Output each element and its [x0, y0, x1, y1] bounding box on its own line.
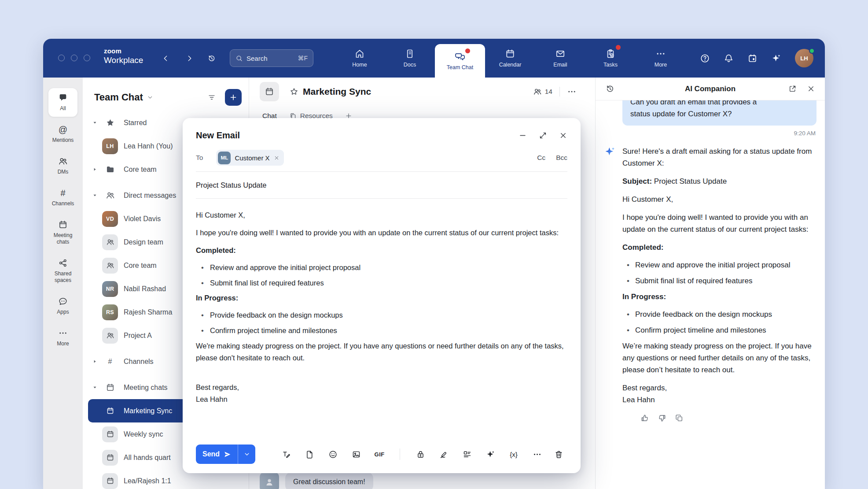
- divider: [559, 87, 560, 96]
- subject-line: Subject: Project Status Update: [622, 175, 817, 187]
- sidebar-item-label: Mentions: [52, 137, 74, 144]
- calendar-day-button[interactable]: [747, 53, 758, 63]
- email-body-editor[interactable]: Hi Customer X,I hope you're doing well! …: [196, 199, 567, 405]
- help-button[interactable]: [700, 53, 710, 63]
- channel-more-button[interactable]: [567, 87, 577, 96]
- nav-tab-tasks[interactable]: Tasks: [585, 39, 636, 78]
- sidebar-item-more[interactable]: More: [47, 323, 79, 352]
- sidebar-item-shared-spaces[interactable]: Shared spaces: [47, 253, 79, 289]
- caret-icon[interactable]: [92, 167, 102, 172]
- chatlist-title[interactable]: Team Chat: [94, 92, 143, 103]
- notifications-button[interactable]: [724, 53, 734, 63]
- signature-line: Best regards,: [622, 382, 817, 394]
- star-channel-button[interactable]: [290, 87, 298, 96]
- caret-icon[interactable]: [92, 359, 102, 364]
- sidebar-item-apps[interactable]: Apps: [47, 292, 79, 320]
- bullet-item: •Provide feedback on the design mockups: [627, 308, 817, 320]
- nav-tab-email[interactable]: Email: [535, 39, 585, 78]
- traffic-light-zoom[interactable]: [84, 55, 90, 61]
- caret-icon[interactable]: [92, 193, 102, 198]
- signature-line: Lea Hahn: [196, 393, 567, 405]
- copy-response-button[interactable]: [675, 414, 684, 422]
- gif-button[interactable]: GIF: [371, 445, 388, 463]
- sidebar-item-dms[interactable]: DMs: [47, 152, 79, 180]
- sidebar-item-channels[interactable]: #Channels: [47, 183, 79, 212]
- attach-file-button[interactable]: [301, 445, 318, 463]
- template-button[interactable]: [458, 445, 476, 463]
- sidebar-item-mentions[interactable]: @Mentions: [47, 120, 79, 148]
- thumbs-up-button[interactable]: [640, 414, 649, 422]
- section-heading: Completed:: [196, 244, 567, 256]
- discard-draft-button[interactable]: [550, 445, 567, 463]
- chat-item-label: Nabil Rashad: [124, 285, 166, 293]
- caret-icon[interactable]: [92, 120, 102, 125]
- avatar: LH: [102, 138, 118, 154]
- nav-tab-home[interactable]: Home: [335, 39, 385, 78]
- avatar: RS: [102, 304, 118, 320]
- cc-button[interactable]: Cc: [537, 154, 545, 162]
- chat-message: Great discussion team!: [260, 472, 373, 489]
- search-input[interactable]: Search ⌘F: [230, 49, 313, 67]
- profile-avatar[interactable]: LH: [795, 49, 813, 67]
- expand-button[interactable]: [539, 131, 547, 140]
- window-controls[interactable]: [58, 55, 90, 61]
- toolbar-more-button[interactable]: [528, 445, 546, 463]
- chat-item-label: Meeting chats: [124, 384, 168, 392]
- chat-item-label: Starred: [124, 119, 147, 127]
- filter-button[interactable]: [207, 93, 216, 102]
- remove-recipient-button[interactable]: [274, 155, 280, 161]
- chevron-down-icon[interactable]: [147, 94, 153, 100]
- new-chat-button[interactable]: [225, 89, 242, 106]
- ai-popout-button[interactable]: [788, 85, 797, 93]
- chat-item-label: Lea Hanh (You): [124, 142, 173, 150]
- home-icon: [354, 48, 365, 59]
- minimize-button[interactable]: [519, 131, 527, 140]
- hash-icon: #: [60, 188, 65, 198]
- divider: [400, 448, 400, 460]
- more-icon: [567, 87, 577, 96]
- cal-icon: [106, 383, 115, 392]
- close-modal-button[interactable]: [559, 131, 567, 140]
- recipient-name: Customer X: [235, 154, 269, 162]
- nav-tab-team-chat[interactable]: Team Chat: [435, 44, 485, 78]
- traffic-light-close[interactable]: [58, 55, 65, 61]
- sidebar-item-all[interactable]: All: [48, 88, 77, 117]
- message-avatar[interactable]: [260, 472, 279, 489]
- hash-icon: #: [108, 358, 112, 366]
- ai-close-button[interactable]: [807, 85, 815, 93]
- signature-button[interactable]: [435, 445, 452, 463]
- send-options-button[interactable]: [238, 445, 255, 464]
- send-button[interactable]: Send: [196, 445, 238, 464]
- recipient-chip[interactable]: ML Customer X: [216, 150, 283, 166]
- members-button[interactable]: 14: [533, 87, 552, 96]
- nav-tab-more[interactable]: More: [636, 39, 686, 78]
- traffic-light-minimize[interactable]: [71, 55, 77, 61]
- sidebar-item-label: More: [57, 341, 69, 347]
- history-button[interactable]: [204, 51, 218, 65]
- nav-tab-docs[interactable]: Docs: [385, 39, 435, 78]
- close-icon: [274, 155, 280, 161]
- encrypt-button[interactable]: [412, 445, 429, 463]
- at-icon: @: [59, 125, 67, 134]
- ai-assist-button[interactable]: [482, 445, 499, 463]
- insert-image-button[interactable]: [347, 445, 365, 463]
- chevron-left-icon: [162, 54, 170, 63]
- bcc-button[interactable]: Bcc: [556, 154, 567, 162]
- back-button[interactable]: [158, 51, 173, 65]
- chat-item-label: Project A: [124, 332, 152, 340]
- nav-tab-calendar[interactable]: Calendar: [485, 39, 535, 78]
- ai-response-actions: [640, 414, 817, 422]
- person-icon: [264, 477, 275, 487]
- text-format-button[interactable]: [277, 445, 295, 463]
- subject-field[interactable]: Project Status Update: [196, 172, 567, 198]
- thumbs-down-button[interactable]: [658, 414, 666, 422]
- ai-companion-button[interactable]: [771, 53, 781, 63]
- forward-button[interactable]: [182, 51, 196, 65]
- caret-icon[interactable]: [92, 385, 102, 390]
- emoji-button[interactable]: [324, 445, 342, 463]
- variables-button[interactable]: {x}: [505, 445, 522, 463]
- app-window: zoom Workplace Search ⌘F HomeDocsTeam Ch…: [43, 39, 825, 489]
- nav-tab-label: More: [655, 62, 667, 68]
- bullet-icon: •: [201, 277, 210, 289]
- sidebar-item-meeting-chats[interactable]: Meeting chats: [47, 215, 79, 250]
